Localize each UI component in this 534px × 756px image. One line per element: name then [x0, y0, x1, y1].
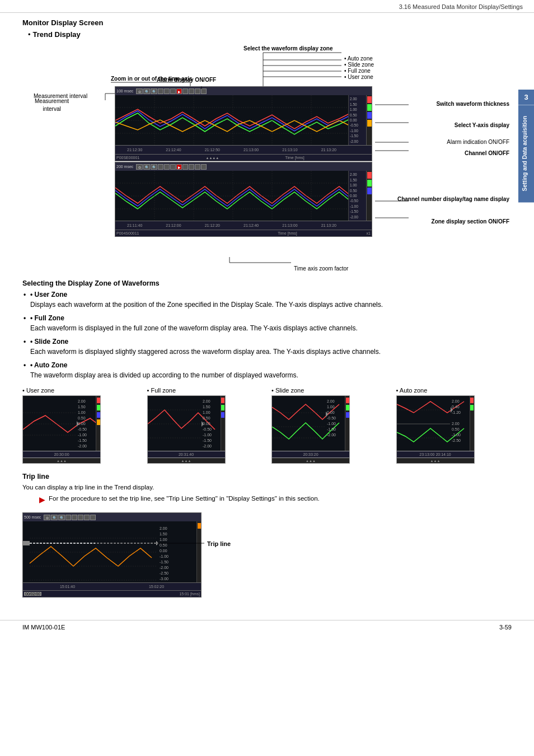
svg-text:-0.50: -0.50	[327, 416, 336, 420]
svg-text:0.40: 0.40	[452, 405, 460, 409]
monitor-display-title: Monitor Display Screen	[22, 18, 512, 27]
time-axis-zoom-label: Time axis zoom factor	[294, 265, 348, 272]
svg-text:0.00: 0.00	[203, 422, 210, 426]
channel-number-label: Channel number display/tag name display	[397, 195, 509, 203]
user-zone-item: • User zone 2.00 1.50 1.00 0.50 0.00 -0.…	[22, 387, 138, 464]
user-zone-display-label: • User zone	[22, 387, 54, 394]
svg-text:-2.50: -2.50	[452, 438, 461, 442]
svg-text:-2.00: -2.00	[327, 433, 336, 437]
trip-line-note: ▶ For the procedure to set the trip line…	[22, 494, 512, 506]
slide-zone-item: • Slide zone 2.00 1.00 0.00 -0.50 -1.00 …	[271, 387, 387, 464]
svg-text:2.00: 2.00	[78, 399, 86, 403]
svg-text:-2.00: -2.00	[203, 444, 212, 448]
svg-text:1.00: 1.00	[203, 410, 210, 414]
svg-text:1.00: 1.00	[160, 538, 167, 542]
svg-text:1.00: 1.00	[78, 410, 86, 414]
svg-text:-1.00: -1.00	[452, 433, 461, 437]
svg-text:-1.00: -1.00	[78, 433, 87, 437]
svg-text:-1.50: -1.50	[327, 427, 336, 431]
section-title-header: 3.16 Measured Data Monitor Display/Setti…	[399, 3, 523, 10]
svg-text:1.50: 1.50	[160, 532, 167, 536]
footer-right: 3-59	[499, 624, 512, 631]
select-waveform-zone-label: Select the waveform display zone	[243, 45, 333, 52]
lower-waveform-screen: 200 msec ⊙ 🔍 🔍 ▶	[115, 162, 372, 237]
sidebar-label: Setting and Data acquisition	[518, 105, 534, 202]
slide-zone-bullet: • Slide Zone Each waveform is displayed …	[22, 338, 512, 357]
chapter-number: 3	[518, 90, 534, 105]
auto-zone-bullet: • Auto Zone The waveform display area is…	[22, 361, 512, 380]
trend-display-diagram: Select the waveform display zone • Auto …	[22, 44, 512, 279]
svg-text:0.50: 0.50	[160, 543, 167, 547]
trip-line-text: You can display a trip line in the Trend…	[22, 484, 512, 491]
svg-text:-0.50: -0.50	[78, 427, 87, 431]
trend-display-title: •Trend Display	[22, 30, 512, 39]
svg-text:-1.50: -1.50	[78, 438, 87, 442]
alarm-display-label: Alarm display ON/OFF	[157, 77, 216, 83]
auto-zone-item: • Auto zone 2.00 0.40 -1.20 2.00 0.50	[396, 387, 512, 464]
svg-text:0.50: 0.50	[452, 427, 460, 431]
zone-display-row: • User zone 2.00 1.50 1.00 0.50 0.00 -0.…	[22, 387, 512, 464]
channel-onoff-label: Channel ON/OFF	[465, 150, 509, 157]
svg-text:1.50: 1.50	[78, 405, 86, 409]
svg-text:-1.50: -1.50	[203, 438, 212, 442]
svg-text:-1.00: -1.00	[160, 554, 168, 558]
svg-text:2.00: 2.00	[452, 422, 460, 426]
svg-text:-3.00: -3.00	[160, 577, 168, 581]
full-zone-bullet: • Full Zone Each waveform is displayed i…	[22, 314, 512, 333]
svg-text:0.50: 0.50	[78, 416, 86, 420]
selecting-zone-title: Selecting the Display Zone of Waveforms	[22, 279, 512, 287]
section-header: 3.16 Measured Data Monitor Display/Setti…	[0, 0, 534, 13]
svg-text:0.00: 0.00	[78, 422, 86, 426]
trip-line-title: Trip line	[22, 473, 512, 480]
svg-text:-2.00: -2.00	[160, 566, 168, 570]
slide-zone-display-label: • Slide zone	[271, 387, 304, 394]
auto-zone-display-label: • Auto zone	[396, 387, 428, 394]
svg-text:0.00: 0.00	[327, 410, 335, 414]
svg-text:-2.50: -2.50	[160, 571, 168, 575]
zone-display-label: Zone display section ON/OFF	[432, 218, 509, 226]
svg-text:-0.50: -0.50	[203, 427, 212, 431]
svg-text:0.50: 0.50	[203, 416, 210, 420]
svg-text:-1.20: -1.20	[452, 410, 461, 414]
full-zone-display-label: • Full zone	[147, 387, 176, 394]
trip-line-annotation: Trip line	[207, 540, 231, 547]
svg-text:-1.00: -1.00	[327, 422, 336, 426]
switch-waveform-label: Switch waveform thickness	[436, 100, 509, 108]
selecting-zone-section: Selecting the Display Zone of Waveforms …	[22, 279, 512, 380]
svg-text:-1.50: -1.50	[160, 560, 168, 564]
svg-text:-2.00: -2.00	[78, 444, 87, 448]
trip-line-diagram: 500 msec ⊙ 🔍 🔍	[22, 512, 202, 598]
auto-zone-label: • Auto zone • Slide zone • Full zone • U…	[344, 55, 374, 80]
footer-left: IM MW100-01E	[22, 624, 65, 631]
trip-section: Trip line You can display a trip line in…	[22, 473, 512, 506]
svg-text:2.00: 2.00	[160, 526, 167, 530]
upper-waveform-screen: 100 msec ⊙ 🔍 🔍 ▶	[115, 86, 372, 161]
svg-text:0.00: 0.00	[160, 549, 167, 553]
measurement-interval-diagram-label: Measurementinterval	[35, 97, 69, 113]
svg-marker-98	[156, 541, 158, 545]
svg-text:2.00: 2.00	[327, 399, 335, 403]
svg-text:1.50: 1.50	[203, 405, 210, 409]
footer: IM MW100-01E 3-59	[0, 620, 534, 634]
user-zone-bullet: • User Zone Displays each waveform at th…	[22, 291, 512, 310]
svg-text:2.00: 2.00	[203, 399, 210, 403]
select-y-axis-label: Select Y-axis display	[455, 122, 509, 129]
svg-text:1.00: 1.00	[327, 405, 335, 409]
svg-text:-1.00: -1.00	[203, 433, 212, 437]
svg-text:2.00: 2.00	[452, 399, 460, 403]
note-arrow-icon: ▶	[39, 494, 45, 506]
full-zone-item: • Full zone 2.00 1.50 1.00 0.50 0.00 -0.…	[147, 387, 263, 464]
trip-line-note-text: For the procedure to set the trip line, …	[49, 494, 512, 506]
alarm-indication-label: Alarm indication ON/OFF	[447, 138, 509, 146]
